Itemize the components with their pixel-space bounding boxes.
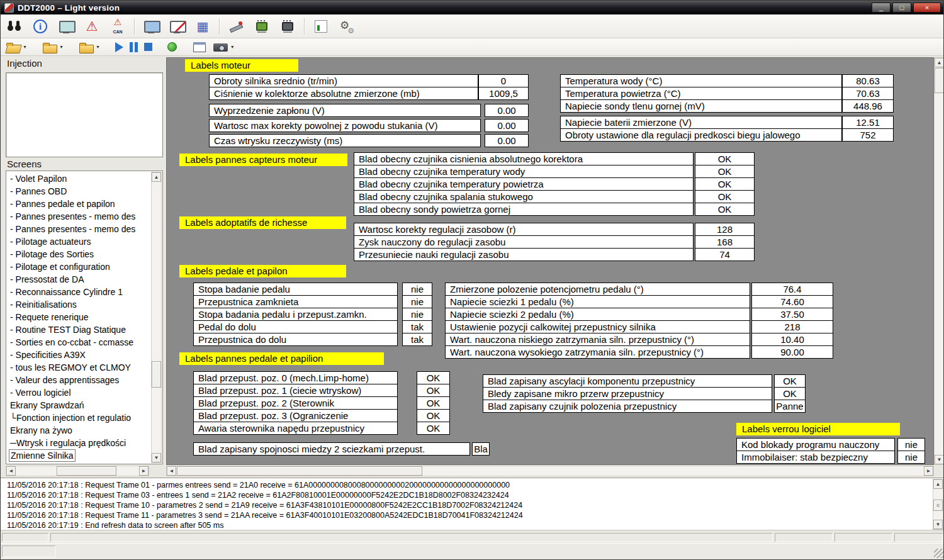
close-button[interactable]: × xyxy=(913,3,941,13)
data-row: Blad obecny sondy powietrza gornej OK xyxy=(354,203,755,216)
scroll-up-button[interactable]: ▲ xyxy=(935,58,944,67)
dropdown-caret-icon[interactable]: ▼ xyxy=(23,45,27,50)
sidebar-screen-item[interactable]: - Pannes pedale et papilon xyxy=(9,198,151,210)
diagnostic-screen-button[interactable] xyxy=(55,16,77,36)
sidebar-screen-item[interactable]: Ekrany na żywo xyxy=(9,424,151,437)
field-value: OK xyxy=(774,387,806,400)
window-button[interactable] xyxy=(191,40,208,55)
chart-button[interactable] xyxy=(310,16,332,36)
play-button[interactable] xyxy=(114,40,125,55)
resize-grip[interactable] xyxy=(934,549,943,558)
field-value: 0.00 xyxy=(485,119,529,132)
search-button[interactable] xyxy=(3,16,26,36)
info-button[interactable] xyxy=(29,16,52,36)
sidebar-screen-item[interactable]: - Requete renerique xyxy=(9,311,151,323)
field-label: Blad zapisany czujnik polozenia przepust… xyxy=(483,400,772,413)
field-value: OK xyxy=(695,177,755,191)
sidebar-screen-item[interactable]: - Pannes OBD xyxy=(9,185,151,198)
scroll-down-button[interactable]: ▼ xyxy=(933,520,943,529)
sidebar-scrollbar[interactable]: ▲ ▼ xyxy=(151,172,162,463)
toolbar-separator xyxy=(304,18,305,35)
sidebar-screen-item[interactable]: └Fonction injection et regulatio xyxy=(9,412,151,424)
arrow-right-icon: ► xyxy=(926,468,931,474)
sidebar-screen-item[interactable]: - Pilotage actuateurs xyxy=(9,235,151,248)
sidebar-screen-item[interactable]: - Verrou logiciel xyxy=(9,386,151,399)
maximize-button[interactable]: □ xyxy=(892,3,911,13)
screens-label: Screens xyxy=(7,159,42,169)
sidebar-screen-item[interactable]: - Pilotage des Sorties xyxy=(9,248,151,260)
camera-icon xyxy=(213,40,228,55)
main-vscrollbar[interactable]: ▲ ▼ xyxy=(934,57,944,465)
field-value: 37.50 xyxy=(751,308,833,321)
scroll-right-button[interactable]: ► xyxy=(139,466,149,476)
monitor-button[interactable] xyxy=(140,16,162,36)
moteur-singles: Wyprzedzenie zapłonu (V) 0.00 Wartosc ma… xyxy=(209,104,529,147)
new-file-button[interactable]: ▼ xyxy=(41,40,65,55)
sidebar-screen-item[interactable]: - Pannes presentes - memo des xyxy=(9,223,151,235)
field-label: Przesuniecie nauki regulacji zasobu xyxy=(354,248,694,261)
log-scrollbar[interactable]: ▲ ≡ ▼ xyxy=(933,479,943,530)
sidebar-screen-item[interactable]: - Sorties en co-ccbat - ccmasse xyxy=(9,336,151,349)
sidebar-screen-item[interactable]: ─Wtrysk i regulacja prędkości xyxy=(9,437,151,449)
pause-button[interactable] xyxy=(128,40,139,55)
data-row: Przesuniecie nauki regulacji zasobu 74 xyxy=(354,248,755,261)
diagnostic-screen-icon xyxy=(59,19,74,34)
can-warning-button[interactable]: CAN xyxy=(106,16,129,36)
sidebar-screen-item[interactable]: - Pannes presentes - memo des xyxy=(9,210,151,223)
sidebar-screen-item[interactable]: - Pilotage et configuration xyxy=(9,260,151,273)
field-value: nie xyxy=(897,438,925,451)
dropdown-caret-icon[interactable]: ▼ xyxy=(96,45,100,50)
richesse-table: Wartosc korekty regulacji zasobow (r) 12… xyxy=(354,223,755,261)
data-row: Napiecie sciezki 1 pedalu (%) 74.60 xyxy=(445,295,833,308)
scroll-down-button[interactable]: ▼ xyxy=(935,455,944,464)
field-label: Blad zapisany spojnosci miedzy 2 sciezka… xyxy=(193,442,470,456)
warning-button[interactable] xyxy=(81,16,103,36)
scroll-up-button[interactable]: ▲ xyxy=(152,172,161,182)
scroll-thumb[interactable] xyxy=(152,361,161,388)
grid-button[interactable] xyxy=(191,16,214,36)
sidebar-screen-item[interactable]: - tous les REGMOY et CLMOY xyxy=(9,361,151,374)
moteur-right-table-2: Napiecie baterii zmierzone (V) 12.51 Obr… xyxy=(560,116,894,142)
snapshot-button[interactable]: ▼ xyxy=(212,40,236,55)
arrow-up-icon: ▲ xyxy=(154,174,159,180)
sidebar-screen-item[interactable]: - Routine TEST Diag Statique xyxy=(9,323,151,336)
dropdown-caret-icon[interactable]: ▼ xyxy=(59,45,64,50)
scroll-thumb[interactable]: ≡ xyxy=(933,500,943,511)
sidebar-screen-item[interactable]: - Volet Papilon xyxy=(9,172,151,185)
sidebar-screen-item[interactable]: - Pressostat de DA xyxy=(9,273,151,286)
sidebar-screen-item[interactable]: Ekrany Sprawdzań xyxy=(9,399,151,412)
scroll-down-button[interactable]: ▼ xyxy=(152,453,161,462)
dropdown-caret-icon[interactable]: ▼ xyxy=(230,45,235,50)
sidebar-screen-item[interactable]: - Specificities A39X xyxy=(9,349,151,361)
main-hscrollbar[interactable]: ◄ ► xyxy=(166,466,934,476)
open-file-button[interactable]: ▼ xyxy=(4,40,28,55)
families-panel[interactable] xyxy=(6,72,163,157)
sidebar-screen-item[interactable]: - Reinitialisations xyxy=(9,298,151,311)
measure-button[interactable] xyxy=(225,16,247,36)
scroll-thumb[interactable] xyxy=(935,68,944,93)
data-row: Napiecie sciezki 2 pedalu (%) 37.50 xyxy=(445,308,833,321)
scroll-right-button[interactable]: ► xyxy=(924,466,933,476)
sidebar-screen-item[interactable]: - Valeur des apprentissages xyxy=(9,374,151,386)
gears-button[interactable] xyxy=(335,16,358,36)
minimize-button[interactable]: _ xyxy=(872,3,891,13)
stop-button[interactable] xyxy=(143,40,154,55)
chip-dark-button[interactable] xyxy=(276,16,299,36)
scroll-thumb[interactable] xyxy=(177,466,422,476)
record-button[interactable] xyxy=(166,40,178,55)
scroll-left-button[interactable]: ◄ xyxy=(167,466,176,476)
sidebar-screen-item[interactable]: Zmienne Silnika xyxy=(9,449,76,462)
scroll-thumb[interactable] xyxy=(57,466,116,476)
field-label: Blad przepust. poz. 1 (ciecie wtryskow) xyxy=(193,384,398,397)
data-row: Ciśnienie w kolektorze absolutne zmierzo… xyxy=(209,87,529,100)
sidebar-screen-item[interactable]: - Reconnaissance Cylindre 1 xyxy=(9,286,151,298)
field-value: tak xyxy=(402,333,432,346)
sidebar-hscrollbar[interactable]: ◄ ► xyxy=(6,466,149,476)
folder-button[interactable]: ▼ xyxy=(77,40,101,55)
chip-green-button[interactable] xyxy=(250,16,273,36)
scroll-left-button[interactable]: ◄ xyxy=(6,466,16,476)
scroll-up-button[interactable]: ▲ xyxy=(933,479,943,489)
field-label: Obroty silnika srednio (tr/min) xyxy=(209,74,478,87)
sidebar: Injection Screens - Volet Papilon- Panne… xyxy=(6,57,163,476)
graph-screen-button[interactable] xyxy=(166,16,188,36)
